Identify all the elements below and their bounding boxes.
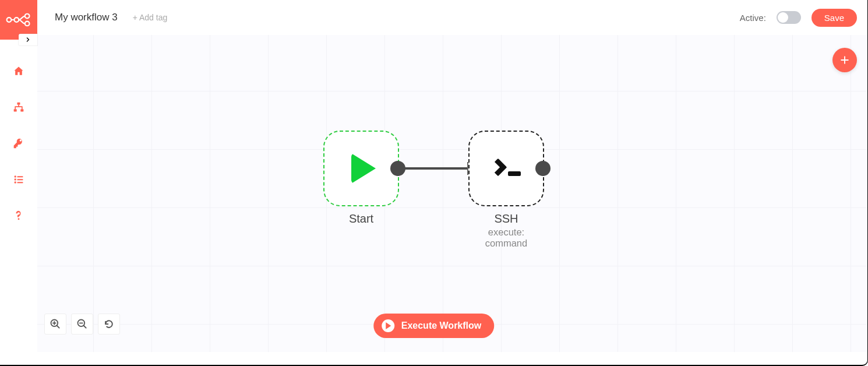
zoom-in-icon [50, 318, 61, 330]
save-button[interactable]: Save [811, 9, 857, 27]
chevron-right-icon [24, 36, 31, 43]
plus-icon [839, 54, 851, 66]
app-window: My workflow 3 + Add tag Active: Save Sta… [0, 0, 868, 366]
reset-view-button[interactable] [98, 314, 120, 335]
zoom-in-button[interactable] [44, 314, 66, 335]
play-icon [351, 153, 376, 184]
node-ssh-box[interactable] [468, 131, 544, 206]
sidebar-item-workflows[interactable] [12, 100, 26, 114]
n8n-logo-icon [6, 13, 31, 27]
workflows-icon [13, 101, 24, 113]
node-ssh-subtitle: execute: command [468, 227, 544, 249]
svg-rect-5 [14, 109, 17, 111]
add-tag-button[interactable]: + Add tag [133, 13, 168, 22]
active-label: Active: [740, 13, 766, 23]
sidebar-item-credentials[interactable] [12, 136, 26, 150]
node-start-title: Start [323, 212, 399, 226]
node-start[interactable]: Start [323, 131, 399, 226]
key-icon [13, 138, 24, 149]
undo-icon [103, 318, 115, 330]
add-node-button[interactable] [832, 48, 857, 72]
svg-rect-11 [17, 179, 23, 180]
svg-point-0 [7, 17, 12, 22]
node-ssh-title: SSH [468, 212, 544, 226]
toggle-knob [778, 12, 788, 23]
svg-rect-4 [17, 103, 20, 105]
sidebar-item-home[interactable] [12, 64, 26, 78]
node-ssh-output-port[interactable] [535, 161, 551, 176]
workflow-title[interactable]: My workflow 3 [55, 12, 118, 23]
home-icon [13, 65, 24, 77]
node-ssh[interactable]: SSH execute: command [468, 131, 544, 249]
svg-point-3 [25, 22, 30, 26]
execute-play-icon [382, 319, 394, 332]
workflow-canvas[interactable]: Start SSH execute: command [37, 35, 867, 352]
sidebar-collapse-handle[interactable] [19, 34, 37, 45]
zoom-controls [44, 314, 120, 335]
execute-workflow-label: Execute Workflow [401, 321, 482, 331]
svg-point-7 [15, 175, 16, 177]
terminal-icon [492, 161, 521, 176]
zoom-out-button[interactable] [71, 314, 93, 335]
sidebar-item-help[interactable] [12, 209, 26, 223]
sidebar [0, 0, 37, 353]
list-icon [13, 174, 24, 185]
sidebar-item-executions[interactable] [12, 173, 26, 186]
svg-point-2 [25, 14, 30, 19]
svg-point-1 [14, 17, 19, 22]
sidebar-nav [0, 40, 37, 223]
question-icon [13, 210, 24, 221]
app-logo[interactable] [0, 0, 37, 40]
svg-point-9 [15, 181, 16, 183]
header-right: Active: Save [740, 9, 857, 27]
svg-rect-12 [17, 182, 23, 183]
svg-point-8 [15, 178, 16, 180]
svg-rect-6 [20, 109, 23, 111]
node-start-output-port[interactable] [390, 161, 405, 176]
edge-start-ssh[interactable] [398, 167, 468, 170]
node-start-box[interactable] [323, 131, 399, 206]
svg-rect-10 [17, 176, 23, 177]
execute-workflow-button[interactable]: Execute Workflow [373, 314, 495, 338]
active-toggle[interactable] [777, 11, 801, 24]
zoom-out-icon [76, 318, 88, 330]
header-bar: My workflow 3 + Add tag Active: Save [37, 0, 867, 35]
